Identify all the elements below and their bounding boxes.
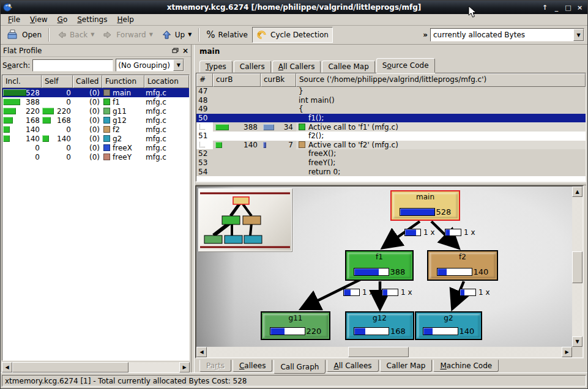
- graph-node-g11[interactable]: g11 220: [261, 311, 330, 340]
- maximize-button[interactable]: □: [563, 2, 573, 12]
- function-detail-area: main Types Callers All Callers Callee Ma…: [195, 45, 587, 372]
- tab-parts[interactable]: Parts: [199, 360, 231, 372]
- close-button[interactable]: ×: [575, 2, 585, 12]
- table-row-g2[interactable]: 140 140 (0) g2 mfg.c: [2, 134, 189, 143]
- graph-node-g12[interactable]: g12 168: [345, 311, 414, 340]
- scroll-right-icon[interactable]: ▶: [179, 362, 190, 372]
- search-input[interactable]: [32, 59, 113, 72]
- scroll-up-icon[interactable]: ▲: [572, 187, 582, 197]
- relative-button[interactable]: % Relative: [202, 27, 252, 43]
- graph-node-g2[interactable]: g2 140: [415, 311, 482, 340]
- scroll-right-icon[interactable]: ▶: [562, 347, 572, 357]
- graph-vscrollbar[interactable]: ▲ ▼: [572, 187, 582, 347]
- source-line[interactable]: 52freeX();: [196, 149, 586, 158]
- col-header-location[interactable]: Location: [144, 75, 189, 88]
- cycle-detection-button[interactable]: Cycle Detection: [252, 27, 333, 43]
- col-header-called[interactable]: Called: [73, 75, 102, 88]
- col-header-curBk[interactable]: curBk: [261, 73, 296, 87]
- app-icon: [3, 2, 13, 12]
- grouping-combo[interactable]: (No Grouping) ▼: [116, 59, 184, 72]
- col-header-curB[interactable]: curB: [213, 73, 261, 87]
- function-color-icon: [103, 89, 110, 96]
- float-icon[interactable]: [172, 48, 179, 54]
- scroll-left-icon[interactable]: ◀: [2, 362, 12, 372]
- table-row-f2[interactable]: 140 0 (0) f2 mfg.c: [2, 125, 189, 134]
- function-color-icon: [103, 98, 110, 105]
- menu-help[interactable]: Help: [112, 15, 138, 24]
- dock-title: Flat Profile: [3, 46, 42, 55]
- shade-button[interactable]: ↑: [540, 2, 550, 12]
- window-title: xtmemory.kcg.6274 [/home/philippe/valgri…: [1, 3, 587, 12]
- tab-machine-code[interactable]: Machine Code: [433, 360, 499, 372]
- source-line[interactable]: 54return 0;: [196, 167, 586, 176]
- source-tabs: Types Callers All Callers Callee Map Sou…: [195, 58, 587, 73]
- toolbar-overflow-chevron[interactable]: »: [420, 31, 430, 39]
- open-icon: [7, 29, 19, 40]
- open-button[interactable]: Open: [2, 27, 46, 43]
- menu-file[interactable]: File: [3, 15, 25, 24]
- tree-branch-icon: [199, 142, 205, 147]
- tab-callee-map[interactable]: Callee Map: [322, 61, 374, 73]
- source-line[interactable]: 51f2();: [196, 132, 586, 141]
- source-call-annotation[interactable]: 388 34 Active call to 'f1' (mfg.c): [196, 122, 586, 132]
- graph-node-main[interactable]: main 528: [390, 190, 460, 221]
- table-row-freeX[interactable]: 0 0 (0) freeX mfg.c: [2, 143, 189, 152]
- graph-node-f2[interactable]: f2 140: [427, 250, 498, 281]
- col-header-self[interactable]: Self: [42, 75, 73, 88]
- col-header-incl[interactable]: Incl.: [2, 75, 42, 88]
- col-header-function[interactable]: Function: [102, 75, 144, 88]
- scroll-left-icon[interactable]: ◀: [196, 347, 207, 357]
- source-line[interactable]: 49{: [196, 105, 586, 114]
- flat-profile-dock: Flat Profile × Search: (No Grouping) ▼ I…: [1, 45, 191, 372]
- search-label: Search:: [2, 61, 30, 70]
- combo-dropdown-icon[interactable]: ▼: [173, 59, 184, 71]
- function-color-icon: [103, 154, 110, 160]
- scroll-down-icon[interactable]: ▼: [572, 336, 582, 347]
- flat-profile-table: Incl. Self Called Function Location 528 …: [2, 75, 190, 361]
- tab-caller-map[interactable]: Caller Map: [380, 360, 433, 372]
- event-type-combo[interactable]: currently allocated Bytes ▼: [430, 28, 584, 42]
- scrollbar-thumb[interactable]: [348, 347, 409, 357]
- tab-call-graph[interactable]: Call Graph: [274, 360, 326, 374]
- function-color-icon: [299, 124, 305, 130]
- table-row-f1[interactable]: 388 0 (0) f1 mfg.c: [2, 97, 189, 106]
- edge-label-main-f1: 1 x: [404, 228, 435, 237]
- table-row-g12[interactable]: 168 168 (0) g12 mfg.c: [2, 116, 189, 125]
- graph-overview-thumbnail[interactable]: [198, 188, 292, 251]
- up-button[interactable]: Up▼: [157, 27, 196, 43]
- tab-all-callers[interactable]: All Callers: [272, 61, 321, 73]
- back-icon: [56, 30, 67, 40]
- tab-source-code[interactable]: Source Code: [376, 58, 435, 73]
- source-line[interactable]: 47}: [196, 87, 586, 96]
- menu-settings[interactable]: Settings: [72, 15, 112, 24]
- scrollbar-thumb[interactable]: [12, 362, 128, 372]
- call-graph-panel[interactable]: main 528 f1 388 f2 140 g11 220: [195, 185, 584, 358]
- dock-title-bar[interactable]: Flat Profile ×: [1, 45, 191, 57]
- col-header-line[interactable]: #: [196, 73, 213, 87]
- back-button[interactable]: Back▼: [52, 27, 99, 43]
- menu-view[interactable]: View: [25, 15, 52, 24]
- dock-close-icon[interactable]: ×: [182, 46, 188, 55]
- source-line[interactable]: 48int main(): [196, 96, 586, 105]
- source-line[interactable]: 53freeY();: [196, 158, 586, 168]
- combo-dropdown-icon[interactable]: ▼: [573, 29, 584, 41]
- table-row-main[interactable]: 528 0 (0) main mfg.c: [2, 88, 189, 97]
- menu-go[interactable]: Go: [53, 15, 73, 24]
- table-row-freeY[interactable]: 0 0 (0) freeY mfg.c: [2, 152, 189, 161]
- tab-all-callees[interactable]: All Callees: [327, 360, 378, 372]
- graph-hscrollbar[interactable]: ◀ ▶: [196, 347, 572, 357]
- function-color-icon: [103, 144, 110, 151]
- tab-callees[interactable]: Callees: [233, 360, 272, 372]
- col-header-source[interactable]: Source ('/home/philippe/valgrind/littlep…: [296, 73, 586, 87]
- title-bar[interactable]: xtmemory.kcg.6274 [/home/philippe/valgri…: [1, 1, 587, 14]
- graph-node-f1[interactable]: f1 388: [345, 250, 414, 281]
- tab-types[interactable]: Types: [199, 61, 233, 73]
- flat-profile-hscrollbar[interactable]: ◀ ▶: [2, 362, 190, 372]
- scrollbar-thumb[interactable]: [572, 251, 582, 283]
- source-call-annotation[interactable]: 140 7 Active call to 'f2' (mfg.c): [196, 141, 586, 150]
- forward-button[interactable]: Forward▼: [99, 27, 157, 43]
- minimize-button[interactable]: _: [551, 2, 562, 12]
- table-row-g11[interactable]: 220 220 (0) g11 mfg.c: [2, 106, 189, 116]
- tab-callers[interactable]: Callers: [234, 61, 271, 73]
- source-line-selected[interactable]: 50f1();: [196, 114, 586, 123]
